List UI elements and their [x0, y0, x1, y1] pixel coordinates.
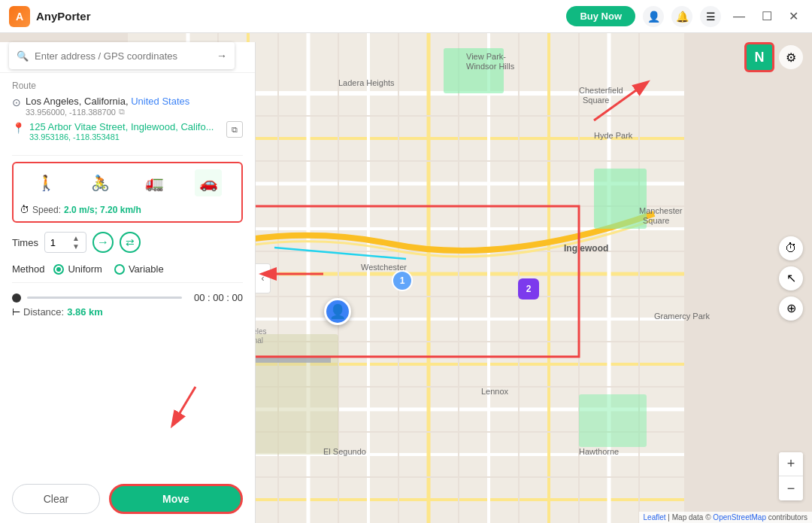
location-2-coords: 33.953186, -118.353481	[29, 132, 222, 141]
speed-value: 2.0 m/s; 7.20 km/h	[64, 205, 141, 215]
transport-section: 🚶 🚴 🚛 🚗 ⏱ Speed: 2.0 m/s; 7.20 km/h	[12, 162, 243, 223]
svg-text:Lennox: Lennox	[481, 387, 509, 396]
distance-row: ⊢ Distance: 3.86 km	[12, 306, 243, 318]
svg-text:Windsor Hills: Windsor Hills	[466, 62, 515, 71]
svg-text:Hyde Park: Hyde Park	[594, 131, 633, 140]
route-label: Route	[12, 81, 243, 91]
svg-text:Square: Square	[583, 96, 609, 105]
search-input[interactable]	[35, 50, 211, 62]
leaflet-link[interactable]: Leaflet	[644, 513, 666, 521]
variable-radio-dot	[114, 264, 125, 275]
user-location-marker: 👤	[324, 298, 351, 325]
move-button[interactable]: Move	[109, 484, 243, 514]
svg-text:Manchester: Manchester	[639, 206, 683, 215]
zoom-out-button[interactable]: −	[779, 476, 803, 500]
titlebar-left: A AnyPorter	[9, 6, 91, 27]
zoom-controls: + −	[779, 452, 803, 500]
top-right-controls: N ⚙	[744, 42, 803, 72]
slider-handle[interactable]	[12, 293, 21, 303]
location-1-icon: ⊙	[12, 96, 21, 108]
user-icon[interactable]: 👤	[643, 6, 664, 27]
location-2-name: 125 Arbor Vitae Street, Inglewood, Calif…	[29, 121, 222, 132]
copy-route-icon[interactable]: ⧉	[226, 121, 243, 138]
bell-icon[interactable]: 🔔	[671, 6, 692, 27]
panel-toggle[interactable]: ‹	[256, 263, 271, 293]
menu-icon[interactable]: ☰	[700, 6, 721, 27]
times-up-arrow[interactable]: ▲	[72, 235, 80, 242]
location-2-text: 125 Arbor Vitae Street, Inglewood, Calif…	[29, 121, 222, 141]
divider-2	[12, 282, 243, 283]
close-button[interactable]: ✕	[784, 6, 803, 26]
walk-mode-icon[interactable]: 🚶	[33, 169, 60, 196]
location-1-name-highlight: United States	[131, 96, 189, 107]
distance-icon: ⊢	[12, 306, 20, 318]
clear-button[interactable]: Clear	[12, 484, 100, 514]
transport-icons-row: 🚶 🚴 🚛 🚗	[20, 169, 235, 196]
marker-1-label: 1	[392, 270, 413, 291]
svg-text:Chesterfield: Chesterfield	[579, 86, 623, 95]
location-1-text: Los Angeles, California, United States 3…	[26, 96, 243, 117]
uniform-option[interactable]: Uniform	[53, 263, 102, 275]
app-title: AnyPorter	[36, 10, 91, 23]
times-input-container: ▲ ▼	[44, 232, 86, 253]
distance-label: Distance:	[23, 306, 64, 318]
search-arrow-icon[interactable]: →	[217, 50, 227, 62]
method-label: Method	[12, 263, 44, 275]
slider-track[interactable]	[27, 296, 182, 299]
location-1-row: ⊙ Los Angeles, California, United States…	[12, 96, 243, 117]
times-arrows: ▲ ▼	[72, 235, 80, 251]
car-mode-icon[interactable]: 🚗	[195, 169, 222, 196]
svg-rect-40	[579, 394, 647, 447]
loop2-button[interactable]: ⇄	[120, 232, 141, 253]
titlebar-right: Buy Now 👤 🔔 ☰ — ☐ ✕	[566, 6, 803, 27]
search-icon: 🔍	[17, 50, 29, 62]
history-icon[interactable]: ⏱	[779, 236, 803, 260]
side-panel: Multi-Stop Route Route ⊙ Los Angeles, Ca…	[0, 42, 256, 523]
maximize-button[interactable]: ☐	[757, 6, 777, 26]
location-2-row: 📍 125 Arbor Vitae Street, Inglewood, Cal…	[12, 121, 243, 141]
north-icon[interactable]: N	[744, 42, 774, 72]
svg-rect-38	[594, 169, 647, 229]
times-label: Times	[12, 237, 38, 248]
minimize-button[interactable]: —	[729, 7, 750, 26]
copy-coords-1-icon[interactable]: ⧉	[119, 107, 125, 117]
svg-text:El Segundo: El Segundo	[323, 447, 366, 456]
marker-user: 👤	[324, 298, 351, 325]
app-logo: A	[9, 6, 30, 27]
divider-1	[12, 155, 243, 156]
svg-text:Square: Square	[643, 216, 669, 225]
zoom-in-button[interactable]: +	[779, 452, 803, 476]
cursor-icon[interactable]: ↖	[779, 266, 803, 290]
variable-label: Variable	[129, 263, 164, 275]
search-bar[interactable]: 🔍 →	[9, 42, 235, 69]
marker-2-label: 2	[518, 278, 539, 300]
times-section: Times ▲ ▼ → ⇄	[0, 226, 255, 259]
speed-row: ⏱ Speed: 2.0 m/s; 7.20 km/h	[20, 201, 235, 215]
svg-text:Ladera Heights: Ladera Heights	[338, 78, 395, 87]
crosshair-icon[interactable]: ⊕	[779, 296, 803, 321]
map-attribution: Leaflet | Map data © OpenStreetMap contr…	[639, 512, 812, 523]
speed-label: Speed:	[32, 205, 61, 215]
buy-now-button[interactable]: Buy Now	[566, 6, 635, 26]
uniform-radio-dot	[53, 264, 64, 275]
bike-mode-icon[interactable]: 🚴	[87, 169, 114, 196]
settings-icon[interactable]: ⚙	[779, 45, 803, 69]
titlebar: A AnyPorter Buy Now 👤 🔔 ☰ — ☐ ✕	[0, 0, 812, 33]
contributors-text: contributors	[768, 513, 807, 521]
marker-2: 2	[518, 278, 539, 300]
location-2-icon: 📍	[12, 122, 25, 134]
truck-mode-icon[interactable]: 🚛	[141, 169, 168, 196]
map-controls: ⏱ ↖ ⊕	[779, 236, 803, 321]
svg-text:Gramercy Park: Gramercy Park	[654, 312, 710, 321]
location-1-coords: 33.956000, -118.388700 ⧉	[26, 107, 243, 117]
attribution-text: | Map data ©	[668, 513, 713, 521]
svg-text:View Park-: View Park-	[466, 52, 506, 61]
variable-option[interactable]: Variable	[114, 263, 164, 275]
speed-icon: ⏱	[20, 204, 29, 215]
route-section: Route ⊙ Los Angeles, California, United …	[0, 73, 255, 152]
loop-button[interactable]: →	[92, 232, 114, 253]
time-display: 00 : 00 : 00	[194, 292, 243, 303]
openstreetmap-link[interactable]: OpenStreetMap	[713, 513, 766, 521]
times-input[interactable]	[45, 237, 72, 248]
times-down-arrow[interactable]: ▼	[72, 243, 80, 251]
